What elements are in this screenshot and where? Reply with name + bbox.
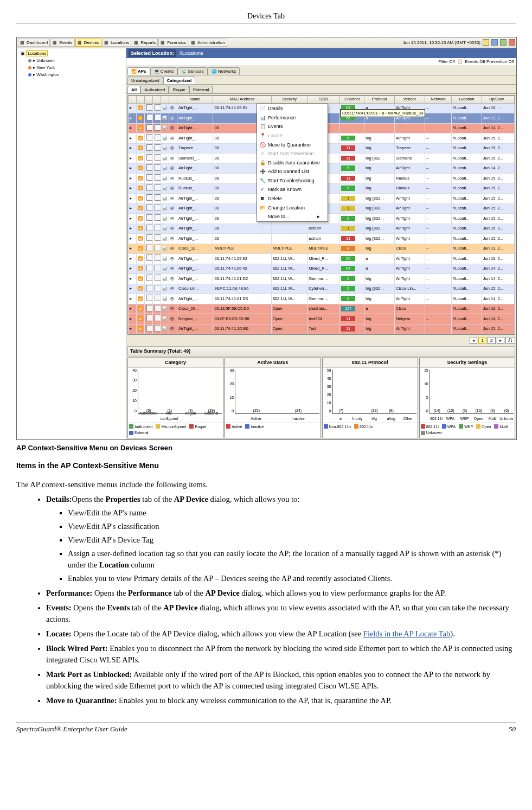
column-header[interactable]: Security bbox=[271, 96, 307, 104]
toolbar-reports[interactable]: ▦Reports bbox=[132, 39, 158, 47]
timestamp: Jun 15 2011, 10:32:15 AM (GMT +0530) bbox=[403, 40, 480, 46]
tab-categorized[interactable]: Categorized bbox=[163, 76, 196, 84]
main-toolbar: ▦Dashboard▦Events▦Devices▦Locations▦Repo… bbox=[17, 37, 516, 48]
list-item: Block Wired Port: Enables you to disconn… bbox=[46, 643, 516, 666]
table-row[interactable]: ▸📶📊◎AirTight_...00:11:74:41:06:42802.11i… bbox=[129, 264, 515, 274]
context-menu-item[interactable]: ✓Mark as Known bbox=[257, 185, 328, 194]
toolbar-locations[interactable]: ▦Locations bbox=[102, 39, 131, 47]
list-item: Mark Port as Unblocked: Available only i… bbox=[46, 669, 516, 692]
chart-card: Security Settings151050(14)(10)(6)(13)(6… bbox=[419, 358, 515, 438]
context-menu-item: ⚠Start DoS Prevention bbox=[257, 149, 328, 158]
context-menu-item: 📍Locate bbox=[257, 131, 328, 141]
list-item: Performance: Opens the Performance tab o… bbox=[46, 588, 516, 599]
tab-rogue[interactable]: Rogue bbox=[169, 86, 189, 93]
tab-uncategorized[interactable]: Uncategorized bbox=[127, 76, 163, 84]
events-off-label[interactable]: Events Off Prevention Off bbox=[465, 59, 514, 64]
column-header[interactable]: Network bbox=[425, 96, 451, 104]
filter-off-label[interactable]: Filter Off bbox=[438, 59, 455, 64]
column-header[interactable]: Location bbox=[452, 96, 482, 104]
context-menu-item[interactable]: 📋Events bbox=[257, 122, 328, 131]
column-header[interactable] bbox=[137, 96, 145, 104]
row-tooltip: C0:11:74:41:09:91 - a - WPA2_Radius_38 bbox=[340, 109, 425, 117]
table-row[interactable]: ▸📶📊◎Cisco_69...00:13:5F:59:C5:D0Openshas… bbox=[129, 304, 515, 314]
table-row[interactable]: ▸📶📊◎AirTight_...00ectrum11b/g [802...Air… bbox=[129, 234, 515, 244]
column-header[interactable]: Up/Dow... bbox=[482, 96, 514, 104]
column-header[interactable] bbox=[161, 96, 169, 104]
toolbar-administration[interactable]: ▦Administration bbox=[189, 39, 227, 47]
context-menu-item[interactable]: 📄Details bbox=[257, 104, 328, 113]
authorization-tabs: AllAuthorizedRogueExternal bbox=[126, 85, 516, 94]
context-menu-item[interactable]: 📊Performance bbox=[257, 113, 328, 123]
page-number: 50 bbox=[509, 724, 516, 734]
tab-aps[interactable]: 📶 APs bbox=[127, 67, 150, 75]
column-header[interactable]: Name bbox=[177, 96, 213, 104]
context-menu-item[interactable]: 🔓Disable Auto-quarantine bbox=[257, 158, 328, 168]
chart-card: Active Status3020100(25)(24)ActiveInacti… bbox=[225, 358, 321, 438]
context-menu[interactable]: 📄Details📊Performance📋Events📍Locate🚫Move … bbox=[257, 104, 328, 222]
table-row[interactable]: ▸📶📊◎AirTight_...00:11:74:41:09:92802.11i… bbox=[129, 254, 515, 264]
toolbar-events[interactable]: ▦Events bbox=[50, 39, 74, 47]
list-item: Details:Opens the Properties tab of the … bbox=[46, 494, 516, 584]
context-menu-item[interactable]: 🔧Start Troubleshooting bbox=[257, 176, 328, 186]
list-item: View/Edit the AP's name bbox=[68, 507, 516, 519]
chart-card: Category403020100(0)(1)(9)(39)Authorized… bbox=[127, 358, 223, 438]
devices-screenshot: ▦Dashboard▦Events▦Devices▦Locations▦Repo… bbox=[16, 37, 517, 440]
table-row[interactable]: ▸📶📊◎Cisco_12...MULTIPLEMULTIPLEMULTIPLE4… bbox=[129, 244, 515, 254]
context-menu-item[interactable]: Move to...▸ bbox=[257, 212, 328, 221]
device-type-tabs: 📶 APs💻 Clients📡 Sensors🌐 Networks bbox=[126, 66, 516, 75]
table-summary: Table Summary (Total: 49) bbox=[127, 346, 515, 356]
context-menu-item[interactable]: 🚫Move to Quarantine bbox=[257, 141, 328, 150]
column-header[interactable] bbox=[153, 96, 161, 104]
table-row[interactable]: ▸📶📊◎AirTight_...00:11:74:41:61:D2802.11i… bbox=[129, 274, 515, 284]
table-row[interactable]: ▸📶📊◎Cisco-Lin...98:FC:11:6E:48:86802.11i… bbox=[129, 284, 515, 294]
table-row[interactable]: ▸📶📊◎Netgear_...00:0F:B5:8D:C6:98Opentest… bbox=[129, 314, 515, 324]
tree-item[interactable]: ▸ New York bbox=[18, 64, 124, 71]
list-item: View/Edit AP's classification bbox=[68, 521, 516, 532]
chart-card: 802.11 Protocol50403020100(7)(33)(9)ab o… bbox=[322, 358, 418, 438]
list-item: Enables you to view Primary details of t… bbox=[68, 573, 516, 584]
tab-networks[interactable]: 🌐 Networks bbox=[208, 67, 240, 75]
locate-tab-link[interactable]: Fields in the AP Locate Tab bbox=[363, 629, 450, 638]
section-heading: Items in the AP Context-Sensitive Menu bbox=[16, 461, 516, 471]
context-menu-item[interactable]: ✖Delete bbox=[257, 194, 328, 203]
tab-all[interactable]: All bbox=[127, 86, 140, 93]
column-header[interactable] bbox=[129, 96, 137, 104]
categorization-tabs: UncategorizedCategorized bbox=[126, 75, 516, 85]
tab-authorized[interactable]: Authorized bbox=[140, 86, 169, 93]
status-icon[interactable] bbox=[483, 39, 489, 46]
tab-clients[interactable]: 💻 Clients bbox=[150, 67, 178, 75]
menu-items-list: Details:Opens the Properties tab of the … bbox=[16, 494, 516, 706]
column-header[interactable]: SSID bbox=[307, 96, 340, 104]
context-menu-item[interactable]: 📂Change Location bbox=[257, 203, 328, 213]
table-row[interactable]: ▸📶📊◎AirTight_...00:11:74:41:1D:E0OpenTes… bbox=[129, 324, 515, 334]
context-menu-item[interactable]: ➕Add to Banned List bbox=[257, 167, 328, 176]
column-header[interactable]: Channel bbox=[340, 96, 364, 104]
column-header[interactable] bbox=[169, 96, 177, 104]
toolbar-devices[interactable]: ▦Devices bbox=[75, 39, 101, 47]
summary-charts: Category403020100(0)(1)(9)(39)Authorized… bbox=[127, 358, 515, 438]
table-row[interactable]: ▸📶📊◎AirTight_...00ectrum1b/g [802...AirT… bbox=[129, 224, 515, 234]
column-header[interactable]: Protocol bbox=[364, 96, 395, 104]
footer-rule bbox=[16, 723, 516, 723]
column-header[interactable]: MAC Address bbox=[213, 96, 271, 104]
tab-external[interactable]: External bbox=[189, 86, 213, 93]
tab-sensors[interactable]: 📡 Sensors bbox=[177, 67, 208, 75]
toolbar-forensics[interactable]: ▦Forensics bbox=[158, 39, 188, 47]
location-tree[interactable]: ▣ Locations ▸ Unknown▸ New York▸ Washing… bbox=[17, 48, 126, 439]
tree-item[interactable]: ▸ Unknown bbox=[18, 57, 124, 64]
status-icon[interactable] bbox=[509, 39, 515, 46]
location-bar: Selected Location: //Locations bbox=[126, 48, 516, 59]
pager[interactable]: ◂ 1 2 ▸ ⤴⤵ bbox=[126, 336, 516, 345]
status-icon[interactable] bbox=[500, 39, 507, 46]
list-item: View/Edit AP's Device Tag bbox=[68, 534, 516, 546]
list-item: Move to Quarantine: Enables you to block… bbox=[46, 695, 516, 706]
list-item: Events: Opens the Events tab of the AP D… bbox=[46, 602, 516, 625]
status-icon[interactable] bbox=[491, 39, 498, 46]
column-header[interactable]: Vendor bbox=[394, 96, 425, 104]
table-row[interactable]: ▸📶📊◎AirTight_...00:11:74:41:61:D3802.11i… bbox=[129, 294, 515, 304]
toolbar-dashboard[interactable]: ▦Dashboard bbox=[18, 39, 50, 47]
tree-item[interactable]: ▸ Washington bbox=[18, 71, 124, 78]
footer-guide-title: SpectraGuard® Enterprise User Guide bbox=[16, 724, 127, 734]
page-header-title: Devices Tab bbox=[16, 11, 516, 22]
column-header[interactable] bbox=[145, 96, 153, 104]
